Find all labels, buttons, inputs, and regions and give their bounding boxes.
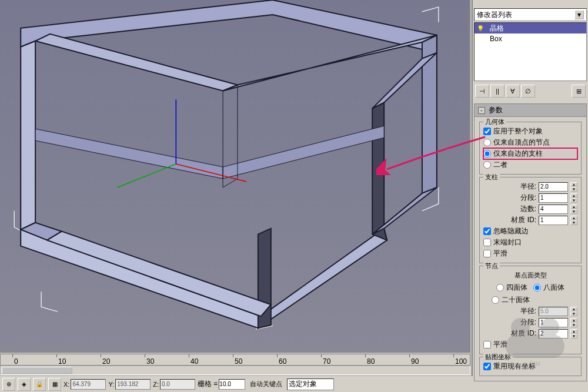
rollout-title: 参数 xyxy=(489,105,503,115)
coord-z: Z: xyxy=(153,379,195,390)
joint-matid-spinner[interactable]: 材质 ID: ▲▼ xyxy=(483,328,577,339)
coord-z-input[interactable] xyxy=(160,379,195,390)
spinner-up-icon[interactable]: ▲ xyxy=(570,329,577,334)
status-btn-2[interactable]: ◈ xyxy=(18,378,31,391)
octa-radio[interactable]: 八面体 xyxy=(533,282,564,293)
ruler-tick: 20 xyxy=(102,357,110,366)
rollout-header[interactable]: - 参数 xyxy=(475,104,586,117)
modifier-list-dropdown[interactable]: 修改器列表 ▾ xyxy=(474,8,587,21)
strut-matid-spinner[interactable]: 材质 ID: ▲▼ xyxy=(483,215,577,226)
autokey-label[interactable]: 自动关键点 xyxy=(248,380,285,388)
svg-marker-5 xyxy=(35,34,238,91)
svg-marker-8 xyxy=(258,229,387,328)
stack-item-label: Box xyxy=(490,35,502,43)
spinner-down-icon[interactable]: ▼ xyxy=(570,198,577,203)
svg-marker-7 xyxy=(21,230,261,328)
spinner-up-icon[interactable]: ▲ xyxy=(570,182,577,187)
coord-x: X: xyxy=(64,379,106,390)
tetra-radio[interactable]: 四面体 xyxy=(496,282,527,293)
ruler-tick: 100 xyxy=(455,357,467,366)
stack-toolbar: ⊣ || ∀ ∅ ⊞ xyxy=(474,83,587,99)
modifier-stack[interactable]: 💡 晶格 Box xyxy=(474,22,587,81)
lightbulb-icon: 💡 xyxy=(477,25,485,32)
ruler-tick: 40 xyxy=(191,357,198,366)
strut-segments-spinner[interactable]: 分段: ▲▼ xyxy=(483,192,577,203)
icosa-radio[interactable]: 二十面体 xyxy=(483,294,577,306)
spinner-down-icon[interactable]: ▼ xyxy=(570,209,577,214)
apply-whole-object-checkbox[interactable]: 应用于整个对象 xyxy=(483,126,577,137)
time-ruler[interactable]: 0 10 20 30 40 50 60 70 80 90 100 xyxy=(0,354,470,366)
svg-marker-14 xyxy=(223,85,261,326)
spinner-down-icon[interactable]: ▼ xyxy=(570,220,577,225)
coord-x-label: X: xyxy=(64,381,69,388)
geometry-group: 几何体 应用于整个对象 仅来自顶点的节点 仅来自边的支柱 二者 xyxy=(479,122,582,175)
ruler-tick: 30 xyxy=(146,357,154,366)
joint-radius-spinner[interactable]: 半径: ▲▼ xyxy=(483,306,577,317)
grid-label: 栅格 = xyxy=(198,379,218,389)
spinner-up-icon[interactable]: ▲ xyxy=(570,307,577,311)
spinner-down-icon[interactable]: ▼ xyxy=(570,311,577,316)
svg-marker-2 xyxy=(21,41,35,230)
scrollbar-thumb[interactable] xyxy=(2,367,72,374)
joint-segments-spinner[interactable]: 分段: ▲▼ xyxy=(483,317,577,328)
stack-item-box[interactable]: Box xyxy=(475,33,586,44)
ruler-tick: 60 xyxy=(279,357,286,366)
ruler-tick: 50 xyxy=(235,357,242,366)
timeline-scrollbar[interactable] xyxy=(0,366,470,375)
configure-sets-button[interactable]: ⊞ xyxy=(572,85,586,98)
modifier-dropdown-label: 修改器列表 xyxy=(477,10,512,20)
basetype-label: 基点面类型 xyxy=(483,270,577,281)
both-radio[interactable]: 二者 xyxy=(483,159,577,170)
ruler-tick: 10 xyxy=(58,357,66,366)
spinner-up-icon[interactable]: ▲ xyxy=(570,205,577,209)
svg-marker-9 xyxy=(372,102,387,240)
coord-y-label: Y: xyxy=(108,381,114,388)
spinner-up-icon[interactable]: ▲ xyxy=(570,193,577,198)
group-legend: 几何体 xyxy=(483,118,506,126)
svg-marker-17 xyxy=(47,232,271,317)
spinner-down-icon[interactable]: ▼ xyxy=(570,323,577,327)
struts-only-radio[interactable]: 仅来自边的支柱 xyxy=(483,148,577,159)
dropdown-arrow-icon: ▾ xyxy=(574,10,584,19)
ruler-tick: 90 xyxy=(411,357,419,366)
lock-selection-button[interactable]: 🔒 xyxy=(33,378,46,391)
grid-input[interactable] xyxy=(219,379,245,390)
group-legend: 支柱 xyxy=(483,173,500,182)
spinner-up-icon[interactable]: ▲ xyxy=(570,216,577,220)
show-end-result-button[interactable]: || xyxy=(490,85,505,98)
group-legend: 贴图坐标 xyxy=(483,353,513,361)
svg-marker-13 xyxy=(223,126,384,179)
strut-smooth-checkbox[interactable]: 平滑 xyxy=(483,248,577,259)
joints-only-radio[interactable]: 仅来自顶点的节点 xyxy=(483,137,577,148)
grid-field: 栅格 = xyxy=(198,379,245,390)
pin-stack-button[interactable]: ⊣ xyxy=(475,85,489,98)
reuse-coords-checkbox[interactable]: 重用现有坐标 xyxy=(483,361,577,372)
ruler-tick: 70 xyxy=(323,357,330,366)
joints-group: 节点 基点面类型 四面体 八面体 二十面体 xyxy=(479,266,582,354)
mapping-group: 贴图坐标 重用现有坐标 xyxy=(479,357,582,376)
status-btn-1[interactable]: ⊕ xyxy=(2,378,15,391)
spinner-down-icon[interactable]: ▼ xyxy=(570,187,577,192)
ignore-hidden-checkbox[interactable]: 忽略隐藏边 xyxy=(483,226,577,237)
strut-sides-spinner[interactable]: 边数: ▲▼ xyxy=(483,203,577,215)
spinner-up-icon[interactable]: ▲ xyxy=(570,318,577,323)
parameters-rollout: - 参数 几何体 应用于整个对象 仅来自顶点的节点 仅来自边的支柱 xyxy=(474,103,587,381)
joint-smooth-checkbox[interactable]: 平滑 xyxy=(483,339,577,350)
end-caps-checkbox[interactable]: 末端封口 xyxy=(483,237,577,248)
svg-line-20 xyxy=(118,164,176,187)
spinner-down-icon[interactable]: ▼ xyxy=(570,334,577,339)
coord-x-input[interactable] xyxy=(71,379,106,390)
stack-item-lattice[interactable]: 💡 晶格 xyxy=(475,23,586,33)
selection-dropdown[interactable]: 选定对象 xyxy=(287,378,334,390)
strut-radius-spinner[interactable]: 半径: ▲▼ xyxy=(483,181,577,192)
remove-modifier-button[interactable]: ∅ xyxy=(521,85,535,98)
ruler-tick: 0 xyxy=(14,357,18,366)
status-btn-4[interactable]: ▦ xyxy=(48,378,61,391)
stack-item-label: 晶格 xyxy=(490,24,504,33)
struts-group: 支柱 半径: ▲▼ 分段: ▲▼ 边数: ▲▼ 材质 ID: xyxy=(479,177,582,263)
coord-z-label: Z: xyxy=(153,381,159,388)
coord-y-input[interactable] xyxy=(115,379,151,390)
rollout-toggle-icon: - xyxy=(478,107,485,114)
make-unique-button[interactable]: ∀ xyxy=(506,85,520,98)
viewport-3d[interactable] xyxy=(0,0,470,353)
